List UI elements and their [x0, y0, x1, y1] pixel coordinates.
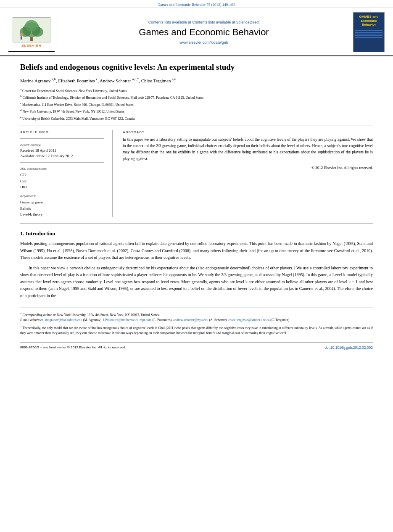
bottom-bar: 0899-8256/$ – see front matter © 2012 El… [20, 342, 373, 350]
abstract-label: ABSTRACT [123, 130, 373, 134]
abstract-text: In this paper we use a laboratory settin… [123, 137, 373, 162]
elsevier-logo-image [13, 17, 50, 42]
divider-1 [20, 126, 373, 126]
affiliation-d: d New York University, 19 W 4th Street, … [20, 108, 373, 114]
footnote-1: 1 Theoretically, the only model that we … [20, 324, 373, 336]
intro-para-1: Models positing a homogeneous population… [20, 240, 373, 261]
affiliation-e: e University of British Columbia, 2053 M… [20, 115, 373, 121]
elsevier-logo: ELSEVIER [8, 13, 55, 52]
divider-info [20, 138, 104, 139]
copyright-line: © 2012 Elsevier Inc. All rights reserved… [123, 166, 373, 170]
available-online: Available online 17 February 2012 [20, 154, 104, 158]
issn-line: 0899-8256/$ – see front matter © 2012 El… [20, 345, 126, 350]
abstract-column: ABSTRACT In this paper we use a laborato… [113, 130, 373, 217]
affiliations: a Center for Experimental Social Science… [20, 87, 373, 121]
authors-line: Marina Agranov a,b, Elizabeth Potamites … [20, 77, 373, 84]
article-history-label: Article history: [20, 143, 104, 147]
footnotes-area: * Corresponding author at: New York Univ… [20, 308, 373, 335]
article-title: Beliefs and endogenous cognitive levels:… [20, 62, 373, 73]
svg-rect-7 [21, 36, 22, 40]
svg-point-6 [20, 33, 23, 36]
cover-decoration [355, 30, 382, 39]
divider-2 [20, 223, 373, 224]
sciencedirect-text: Contents lists available at Contents lis… [63, 20, 345, 24]
intro-para-2: In this paper we view a person's choice … [20, 265, 373, 300]
article-body: Beliefs and endogenous cognitive levels:… [0, 56, 393, 358]
jel-codes: C72C92D83 [20, 172, 104, 190]
citation-bar: Games and Economic Behavior 75 (2012) 44… [0, 0, 393, 8]
svg-point-4 [25, 20, 38, 31]
footnote-star: * Corresponding author at: New York Univ… [20, 311, 373, 323]
journal-center: Contents lists available at Contents lis… [55, 20, 353, 45]
svg-rect-5 [30, 37, 33, 41]
divider-jel [20, 162, 104, 163]
sciencedirect-link[interactable]: Contents lists available at ScienceDirec… [192, 20, 259, 24]
elsevier-wordmark: ELSEVIER [21, 44, 42, 47]
keywords: Guessing gameBeliefsLevel-k theory [20, 199, 104, 217]
section1-heading: 1. Introduction [20, 230, 373, 237]
article-info-label: ARTICLE INFO [20, 130, 104, 134]
affiliation-a: a Center for Experimental Social Science… [20, 87, 373, 94]
journal-cover-thumbnail: GAMES andEconomicBehavior [353, 12, 385, 52]
journal-title: Games and Economic Behavior [63, 27, 345, 38]
article-info-column: ARTICLE INFO Article history: Received 1… [20, 130, 113, 217]
received-date: Received 18 April 2011 [20, 148, 104, 153]
journal-header: ELSEVIER Contents lists available at Con… [0, 8, 393, 56]
doi-line: doi:10.1016/j.geb.2012.02.002 [324, 345, 373, 350]
affiliation-b: b California Institute of Technology, Di… [20, 94, 373, 100]
article-info-abstract: ARTICLE INFO Article history: Received 1… [20, 130, 373, 217]
journal-url[interactable]: www.elsevier.com/locate/geb [63, 40, 345, 45]
journal-citation: Games and Economic Behavior 75 (2012) 44… [158, 3, 235, 7]
keywords-label: Keywords: [20, 194, 104, 198]
jel-label: JEL classification: [20, 167, 104, 171]
cover-top-text: GAMES andEconomicBehavior [359, 15, 379, 27]
affiliation-c: c Mathematica, 111 East Wacker Drive, Su… [20, 101, 373, 108]
